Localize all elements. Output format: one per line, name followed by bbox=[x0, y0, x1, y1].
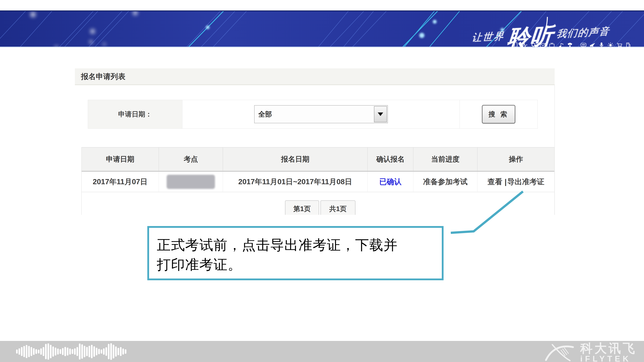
callout-text-line2: 打印准考证。 bbox=[157, 255, 442, 275]
page-current-button[interactable]: 第1页 bbox=[285, 200, 319, 215]
header-apply-date: 申请日期 bbox=[82, 148, 159, 171]
cell-confirm-status: 已确认 bbox=[368, 172, 414, 192]
top-banner: 让世界 聆听 我们的声音 bbox=[0, 10, 644, 47]
brand-name-en: iFLYTEK bbox=[580, 355, 637, 362]
audio-waveform-icon bbox=[16, 341, 126, 362]
footer-bar: 科大讯飞 iFLYTEK bbox=[0, 341, 644, 362]
search-panel: 申请日期： 全部 搜 索 bbox=[88, 100, 538, 129]
header-exam-site: 考点 bbox=[159, 148, 223, 171]
chevron-down-icon bbox=[378, 112, 383, 116]
apply-date-select[interactable]: 全部 bbox=[254, 105, 388, 123]
view-link[interactable]: 查看 bbox=[488, 177, 502, 187]
table-row: 2017年11月07日 2017年11月01日~2017年11月08日 已确认 … bbox=[82, 172, 554, 192]
apply-date-label: 申请日期： bbox=[88, 100, 182, 128]
section-title-bar: 报名申请列表 bbox=[75, 68, 555, 85]
select-dropdown-button[interactable] bbox=[374, 106, 387, 122]
table-pagination-row: 第1页 共1页 bbox=[82, 192, 554, 215]
header-actions: 操作 bbox=[478, 148, 554, 171]
microphone-icon bbox=[598, 42, 604, 47]
search-button[interactable]: 搜 索 bbox=[482, 105, 515, 124]
mail-icon bbox=[540, 42, 546, 47]
music-note-icon bbox=[558, 42, 564, 47]
pulse-icon bbox=[522, 42, 528, 47]
chat-bubble-icon bbox=[580, 42, 586, 47]
cell-progress: 准备参加考试 bbox=[414, 172, 478, 192]
slogan-suffix: 我们的声音 bbox=[556, 24, 610, 44]
action-separator: | bbox=[504, 177, 507, 186]
banner-icon-row bbox=[513, 42, 626, 47]
search-button-cell: 搜 索 bbox=[460, 100, 538, 128]
apply-date-select-cell: 全部 bbox=[182, 100, 460, 128]
exam-site-redacted-blur bbox=[167, 175, 215, 189]
confirmed-badge: 已确认 bbox=[379, 177, 402, 187]
application-table: 申请日期 考点 报名日期 确认报名 当前进度 操作 2017年11月07日 20… bbox=[81, 147, 555, 215]
iflytek-logo: 科大讯飞 iFLYTEK bbox=[542, 342, 637, 362]
mobile-phone-icon bbox=[513, 42, 519, 47]
header-signup-period: 报名日期 bbox=[223, 148, 368, 171]
page-title: 报名申请列表 bbox=[75, 68, 555, 84]
table-header-row: 申请日期 考点 报名日期 确认报名 当前进度 操作 bbox=[82, 147, 554, 172]
iflytek-swoosh-icon bbox=[542, 343, 576, 362]
header-confirm: 确认报名 bbox=[368, 148, 414, 171]
search-icon bbox=[531, 42, 537, 47]
cell-actions: 查看 | 导出准考证 bbox=[478, 172, 554, 192]
tv-icon bbox=[549, 42, 555, 47]
brand-name-cn: 科大讯飞 bbox=[580, 342, 637, 355]
slogan-prefix: 让世界 bbox=[471, 29, 505, 47]
sun-icon bbox=[608, 42, 614, 47]
header-progress: 当前进度 bbox=[414, 148, 478, 171]
cell-exam-site bbox=[159, 172, 223, 192]
export-admission-ticket-link[interactable]: 导出准考证 bbox=[507, 177, 544, 187]
page-total-button[interactable]: 共1页 bbox=[320, 200, 356, 215]
apply-date-select-value: 全部 bbox=[254, 110, 272, 119]
shopping-cart-icon bbox=[616, 42, 622, 47]
plane-icon bbox=[590, 42, 596, 47]
phone-call-icon bbox=[567, 42, 573, 47]
callout-text-line1: 正式考试前，点击导出准考证，下载并 bbox=[157, 235, 442, 255]
cell-apply-date: 2017年11月07日 bbox=[82, 172, 159, 192]
annotation-callout-box: 正式考试前，点击导出准考证，下载并 打印准考证。 bbox=[147, 226, 444, 280]
fuel-pump-icon bbox=[626, 42, 632, 47]
cell-signup-period: 2017年11月01日~2017年11月08日 bbox=[223, 172, 368, 192]
